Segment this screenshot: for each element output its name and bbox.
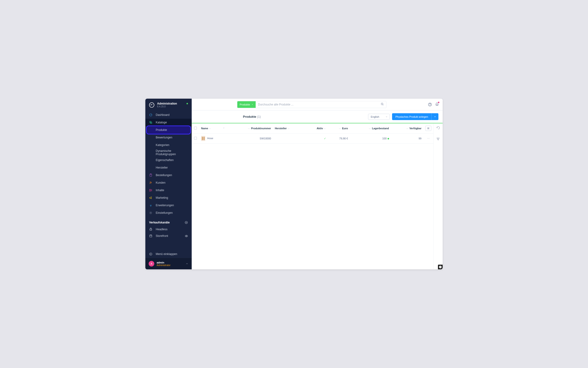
chevron-left-circle-icon bbox=[149, 252, 152, 256]
basket-icon bbox=[149, 228, 152, 231]
nav-label: Kunden bbox=[156, 181, 165, 184]
app-window: Administration 6.4.20.0 Dashboard Katalo… bbox=[145, 99, 443, 269]
chevron-down-icon bbox=[223, 127, 225, 129]
chevron-up-icon bbox=[185, 262, 188, 265]
nav-content[interactable]: Inhalte bbox=[145, 186, 192, 194]
product-thumbnail bbox=[201, 136, 205, 141]
search-scope-selector[interactable]: Produkte bbox=[237, 101, 256, 108]
chevron-down-icon bbox=[434, 116, 436, 118]
nav-categories[interactable]: Kategorien bbox=[145, 141, 192, 149]
collapse-menu[interactable]: Menü einklappen bbox=[145, 250, 192, 258]
nav-label: Dynamische Produktgruppen bbox=[156, 149, 188, 156]
svg-point-12 bbox=[150, 212, 151, 213]
table-row[interactable]: Hose SW10000 ✓ 79,90 € 100 99 ⋯ bbox=[192, 133, 433, 144]
col-name[interactable]: Name ⋯ bbox=[199, 123, 227, 133]
nav-label: Bewertungen bbox=[156, 136, 172, 139]
svg-point-0 bbox=[149, 102, 154, 107]
notifications-button[interactable] bbox=[435, 102, 439, 107]
nav-orders[interactable]: Bestellungen bbox=[145, 171, 192, 179]
channel-label: Headless bbox=[156, 228, 167, 231]
nav-label: Marketing bbox=[156, 196, 168, 199]
nav-marketing[interactable]: Marketing bbox=[145, 194, 192, 202]
nav-catalogs[interactable]: Kataloge bbox=[145, 119, 192, 126]
brand-version: 6.4.20.0 bbox=[157, 105, 177, 108]
nav-settings[interactable]: Einstellungen bbox=[145, 209, 192, 217]
col-available[interactable]: ⋯ Verfügbar bbox=[391, 123, 423, 133]
row-actions-menu[interactable]: ⋯ bbox=[423, 133, 433, 144]
product-table: Name ⋯ ⋯ Produktnummer Hersteller ⋯ Akti… bbox=[192, 123, 433, 144]
nav-customers[interactable]: Kunden bbox=[145, 179, 192, 186]
nav-dynamic-groups[interactable]: Dynamische Produktgruppen bbox=[145, 149, 192, 156]
col-number[interactable]: ⋯ Produktnummer bbox=[227, 123, 273, 133]
product-available: 99 bbox=[391, 133, 423, 144]
nav-reviews[interactable]: Bewertungen bbox=[145, 134, 192, 141]
collapse-label: Menü einklappen bbox=[156, 252, 177, 256]
reload-button[interactable] bbox=[435, 125, 441, 132]
create-product-dropdown[interactable] bbox=[431, 113, 439, 120]
language-select[interactable]: English bbox=[368, 114, 390, 120]
channel-headless[interactable]: Headless bbox=[145, 226, 192, 233]
col-euro[interactable]: ⋯ Euro bbox=[328, 123, 350, 133]
nav-label: Kategorien bbox=[156, 143, 169, 147]
col-stock[interactable]: ⋯ Lagerbestand bbox=[350, 123, 391, 133]
svg-point-7 bbox=[151, 182, 151, 183]
filter-button[interactable] bbox=[435, 136, 441, 143]
nav-label: Bestellungen bbox=[156, 174, 172, 177]
product-manufacturer bbox=[273, 133, 305, 144]
eye-icon[interactable] bbox=[185, 235, 188, 238]
svg-line-20 bbox=[383, 105, 383, 105]
nav-dashboard[interactable]: Dashboard bbox=[145, 111, 192, 119]
nav-label: Kataloge bbox=[156, 121, 167, 124]
help-icon[interactable] bbox=[428, 103, 432, 106]
search-input[interactable] bbox=[256, 103, 378, 106]
nav-label: Produkte bbox=[156, 128, 167, 132]
status-indicator bbox=[186, 103, 188, 104]
table-settings-button[interactable] bbox=[425, 126, 431, 131]
nav-label: Hersteller bbox=[156, 166, 168, 169]
copy-icon bbox=[149, 121, 152, 124]
product-stock: 100 bbox=[382, 137, 386, 140]
user-footer[interactable]: A admin Administrator bbox=[145, 258, 192, 269]
sidebar-header: Administration 6.4.20.0 bbox=[145, 99, 192, 111]
check-icon: ✓ bbox=[324, 137, 326, 140]
content-header: Produkte (1) English Physisches Produkt … bbox=[192, 110, 443, 123]
user-name: admin bbox=[157, 261, 171, 264]
channel-label: Storefront bbox=[156, 234, 168, 238]
nav-extensions[interactable]: Erweiterungen bbox=[145, 202, 192, 209]
row-checkbox[interactable] bbox=[194, 137, 197, 140]
channels-section-title: Verkaufskanäle bbox=[145, 217, 192, 226]
gear-icon bbox=[149, 211, 152, 214]
nav-label: Einstellungen bbox=[156, 211, 173, 214]
storefront-icon bbox=[149, 234, 152, 238]
svg-point-17 bbox=[186, 235, 187, 236]
symfony-badge[interactable] bbox=[438, 265, 443, 269]
svg-point-18 bbox=[149, 253, 152, 256]
filter-icon bbox=[436, 137, 440, 141]
nav-label: Dashboard bbox=[156, 113, 170, 117]
list-icon bbox=[427, 127, 430, 130]
channel-storefront[interactable]: Storefront bbox=[145, 233, 192, 239]
users-icon bbox=[149, 181, 152, 184]
product-price: 79,90 € bbox=[328, 133, 350, 144]
create-product-button[interactable]: Physisches Produkt anlegen bbox=[392, 113, 431, 120]
nav-label: Inhalte bbox=[156, 189, 164, 192]
col-manufacturer[interactable]: Hersteller ⋯ bbox=[273, 123, 305, 133]
main-content: Produkte Produkte bbox=[192, 99, 443, 269]
nav-label: Eigenschaften bbox=[156, 158, 174, 162]
plus-circle-icon[interactable] bbox=[185, 221, 188, 224]
page-title: Produkte (1) bbox=[243, 115, 261, 119]
col-active[interactable]: Aktiv ⋯ bbox=[305, 123, 328, 133]
product-name: Hose bbox=[207, 137, 213, 140]
create-product-button-group: Physisches Produkt anlegen bbox=[392, 113, 439, 120]
search-icon[interactable] bbox=[378, 102, 386, 107]
nav-properties[interactable]: Eigenschaften bbox=[145, 156, 192, 164]
avatar: A bbox=[149, 261, 154, 267]
plug-icon bbox=[149, 204, 152, 207]
select-all-checkbox[interactable] bbox=[194, 127, 197, 129]
chevron-down-icon bbox=[386, 116, 388, 118]
topbar: Produkte bbox=[192, 99, 443, 110]
search-box: Produkte bbox=[237, 101, 386, 108]
svg-rect-16 bbox=[149, 235, 152, 237]
nav-manufacturers[interactable]: Hersteller bbox=[145, 164, 192, 171]
nav-products[interactable]: Produkte bbox=[147, 126, 190, 134]
